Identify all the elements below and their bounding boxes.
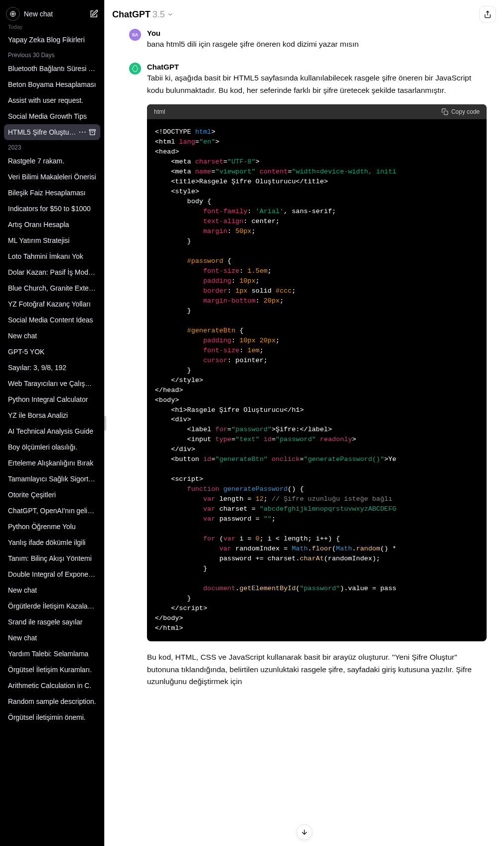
sidebar-chat-item[interactable]: Social Media Growth Tips <box>4 108 100 124</box>
assistant-author-label: ChatGPT <box>147 63 487 71</box>
more-icon[interactable]: ⋯ <box>78 128 86 136</box>
assistant-outro-text: Bu kod, HTML, CSS ve JavaScript kullanar… <box>147 651 487 688</box>
sidebar-chat-item[interactable]: Rastgele 7 rakam. <box>4 153 100 169</box>
sidebar-chat-item[interactable]: Web Tarayıcıları ve Çalışma Mantığı <box>4 376 100 391</box>
chevron-down-icon <box>167 11 174 18</box>
sidebar-chat-item[interactable]: YZ ile Borsa Analizi <box>4 407 100 423</box>
sidebar-chat-item[interactable]: Srand ile rasgele sayılar <box>4 614 100 630</box>
code-body[interactable]: <!DOCTYPE html> <html lang="en"> <head> … <box>147 119 487 641</box>
clipboard-icon <box>441 108 448 115</box>
share-button[interactable] <box>479 6 496 23</box>
sidebar-chat-item[interactable]: Örgütsel iletişimin önemi. <box>4 709 100 725</box>
sidebar-chat-item[interactable]: Loto Tahmini İmkanı Yok <box>4 248 100 264</box>
share-icon <box>484 10 492 18</box>
sidebar-chat-item[interactable]: New chat <box>4 328 100 344</box>
assistant-message: ChatGPT Tabii ki, aşağıda basit bir HTML… <box>129 63 487 688</box>
code-lang-label: html <box>154 108 165 115</box>
sidebar-resize-handle[interactable] <box>104 416 106 431</box>
sidebar-chat-item[interactable]: GPT-5 YOK <box>4 344 100 360</box>
sidebar-chat-item[interactable]: Assist with user request. <box>4 92 100 108</box>
sidebar-chat-item[interactable]: Yardım Talebi: Selamlama <box>4 646 100 662</box>
sidebar-chat-item[interactable]: Bileşik Faiz Hesaplaması <box>4 185 100 201</box>
code-block: html Copy code <!DOCTYPE html> <html lan… <box>147 104 487 641</box>
sidebar-chat-item[interactable]: New chat <box>4 630 100 646</box>
section-label: 2023 <box>4 140 100 153</box>
sidebar-chat-item[interactable]: Double Integral of Exponential <box>4 566 100 582</box>
sidebar-chat-item[interactable]: Sayılar: 3, 9/8, 192 <box>4 360 100 376</box>
sidebar-chat-item[interactable]: Blue Church, Granite Exterior. <box>4 280 100 296</box>
model-name: ChatGPT <box>112 9 150 20</box>
sidebar-chat-item[interactable]: Veri Bilimi Makaleleri Önerisi <box>4 169 100 185</box>
sidebar-chat-item[interactable]: ML Yatırım Stratejisi <box>4 232 100 248</box>
sidebar-chat-item[interactable]: Örgütsel İletişim Kuramları. <box>4 662 100 678</box>
sidebar-chat-item[interactable]: ChatGPT, OpenAI'nın geliştirdiği b <box>4 503 100 519</box>
assistant-intro-text: Tabii ki, aşağıda basit bir HTML5 sayfas… <box>147 72 487 97</box>
openai-logo-icon <box>6 7 20 21</box>
sidebar-chat-item[interactable]: Bluetooth Bağlantı Süresi Takibi <box>4 61 100 77</box>
user-author-label: You <box>147 29 487 37</box>
main-panel: ChatGPT 3.5 SA You bana html5 dili için … <box>104 0 504 846</box>
sidebar-chat-item[interactable]: Boy ölçümleri olasılığı. <box>4 439 100 455</box>
sidebar-chat-item[interactable]: Otorite Çeşitleri <box>4 487 100 503</box>
sidebar-chat-item[interactable]: HTML5 Şifre Oluşturucu⋯ <box>4 124 100 140</box>
svg-rect-1 <box>89 130 95 131</box>
sidebar-chat-item[interactable]: Python Öğrenme Yolu <box>4 519 100 535</box>
sidebar-chat-item[interactable]: Yanlış ifade dökümle ilgili <box>4 535 100 550</box>
sidebar-chat-item[interactable]: Örgütlerde İletişim Kazaları ve Kon <box>4 598 100 614</box>
scroll-to-bottom-button[interactable] <box>296 824 312 840</box>
sidebar-chat-item[interactable]: New chat <box>4 582 100 598</box>
compose-icon[interactable] <box>89 9 98 18</box>
sidebar-chat-item[interactable]: Erteleme Alışkanlığını Bırak <box>4 455 100 471</box>
section-label: Today <box>4 24 100 32</box>
sidebar-chat-item[interactable]: Dolar Kazan: Pasif İş Modelleri <box>4 264 100 280</box>
user-text: bana html5 dili için rasgele şifre önere… <box>147 38 487 51</box>
model-version: 3.5 <box>152 9 165 20</box>
new-chat-row[interactable]: New chat <box>4 4 100 26</box>
assistant-avatar <box>129 63 141 75</box>
sidebar-chat-item[interactable]: Indicators for $50 to $1000 <box>4 201 100 217</box>
sidebar-chat-item[interactable]: AI Technical Analysis Guide <box>4 423 100 439</box>
new-chat-label: New chat <box>24 10 85 18</box>
section-label: Previous 30 Days <box>4 48 100 61</box>
sidebar: New chat TodayYapay Zeka Blog FikirleriP… <box>0 0 104 846</box>
svg-rect-4 <box>444 111 448 115</box>
model-picker[interactable]: ChatGPT 3.5 <box>112 9 174 20</box>
copy-code-label: Copy code <box>451 108 480 115</box>
sidebar-chat-item[interactable]: Social Media Content Ideas <box>4 312 100 328</box>
sidebar-chat-item[interactable]: Arithmetic Calculation in C. <box>4 678 100 693</box>
archive-icon[interactable] <box>88 128 96 136</box>
sidebar-chat-item[interactable]: Tanım: Bilinç Akışı Yöntemi <box>4 550 100 566</box>
sidebar-chat-item[interactable]: Random sample description. <box>4 693 100 709</box>
sidebar-chat-item[interactable]: YZ Fotoğraf Kazanç Yolları <box>4 296 100 312</box>
arrow-down-icon <box>300 828 308 836</box>
copy-code-button[interactable]: Copy code <box>441 108 480 115</box>
sidebar-chat-item[interactable]: Beton Boyama Hesaplaması <box>4 77 100 92</box>
sidebar-chat-item[interactable]: Yapay Zeka Blog Fikirleri <box>4 32 100 48</box>
user-message: SA You bana html5 dili için rasgele şifr… <box>129 29 487 51</box>
topbar: ChatGPT 3.5 <box>104 0 504 29</box>
conversation-scroll[interactable]: SA You bana html5 dili için rasgele şifr… <box>104 29 504 846</box>
sidebar-chat-item[interactable]: Tamamlayıcı Sağlık Sigortası <box>4 471 100 487</box>
chat-item-label: HTML5 Şifre Oluşturucu <box>8 128 76 136</box>
sidebar-chat-item[interactable]: Python Integral Calculator <box>4 391 100 407</box>
user-avatar: SA <box>129 29 141 41</box>
sidebar-chat-item[interactable]: Artış Oranı Hesapla <box>4 217 100 232</box>
code-header: html Copy code <box>147 104 487 119</box>
